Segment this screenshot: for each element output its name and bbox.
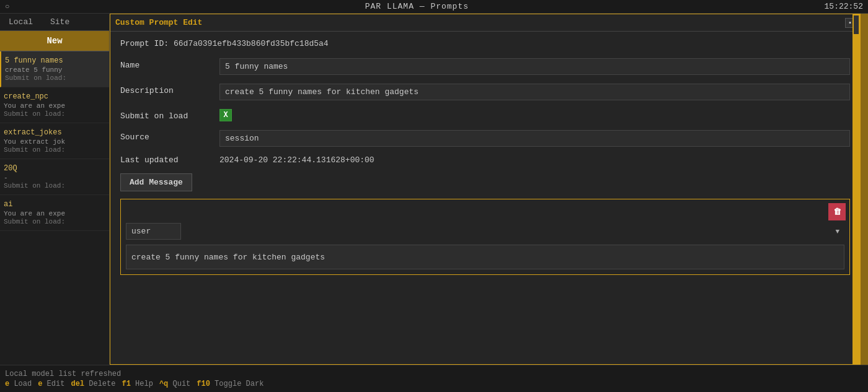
checkbox-container: X	[219, 109, 232, 121]
name-input[interactable]	[219, 58, 850, 75]
description-label: Description	[120, 84, 219, 95]
description-input[interactable]	[219, 84, 850, 100]
status-line: Local model list refreshed	[5, 370, 863, 378]
item-name-2: extract_jokes	[4, 128, 105, 137]
panel-body: Prompt ID: 66d7a0391efb433b860fd35bfc18d…	[110, 32, 860, 364]
item-desc-4: You are an expe	[4, 210, 105, 217]
prompt-id-label: Prompt ID:	[120, 39, 169, 48]
last-updated-label: Last updated	[120, 155, 219, 165]
panel-title: Custom Prompt Edit	[115, 18, 845, 27]
name-row: Name	[120, 58, 850, 75]
role-select[interactable]: user assistant system	[126, 223, 181, 240]
sidebar-item-1[interactable]: create_npc You are an expe Submit on loa…	[0, 87, 109, 123]
item-meta-0: Submit on load:	[5, 74, 105, 82]
description-row: Description	[120, 84, 850, 100]
add-message-button[interactable]: Add Message	[120, 173, 192, 191]
submit-on-load-checkbox[interactable]: X	[219, 109, 232, 121]
key-edit[interactable]: e Edit	[38, 380, 64, 388]
content-area: Custom Prompt Edit ▪ Prompt ID: 66d7a039…	[110, 14, 868, 365]
sidebar: Local Site New 5 funny names create 5 fu…	[0, 14, 110, 365]
status-keys: e Load e Edit del Delete f1 Help ^q Quit…	[5, 380, 863, 388]
sidebar-tabs: Local Site	[0, 14, 109, 31]
last-updated-value: 2024-09-20 22:22:44.131628+00:00	[219, 155, 374, 165]
app-title: PAR LLAMA — Prompts	[365, 2, 469, 11]
message-delete-button[interactable]: 🗑	[828, 203, 846, 220]
outer-right-bar[interactable]	[861, 14, 868, 365]
prompt-id-value: 66d7a0391efb433b860fd35bfc18d5a4	[174, 39, 329, 48]
source-input[interactable]	[219, 130, 850, 147]
item-meta-4: Submit on load:	[4, 218, 105, 225]
key-toggle-dark[interactable]: f10 Toggle Dark	[197, 380, 264, 388]
sidebar-item-2[interactable]: extract_jokes You extract jok Submit on …	[0, 123, 109, 159]
item-desc-1: You are an expe	[4, 102, 105, 110]
title-bar: ○ PAR LLAMA — Prompts 15:22:52	[0, 0, 868, 14]
item-name-1: create_npc	[4, 92, 105, 101]
custom-prompt-panel: Custom Prompt Edit ▪ Prompt ID: 66d7a039…	[110, 14, 861, 365]
sidebar-list: 5 funny names create 5 funny Submit on l…	[0, 51, 109, 365]
item-name-0: 5 funny names	[5, 56, 105, 65]
key-delete[interactable]: del Delete	[71, 380, 115, 388]
item-meta-2: Submit on load:	[4, 146, 105, 154]
panel-title-bar: Custom Prompt Edit ▪	[110, 14, 860, 32]
item-name-3: 20Q	[4, 164, 105, 173]
app-icon: ○	[5, 2, 9, 11]
submit-on-load-label: Submit on load	[120, 109, 219, 121]
status-bar: Local model list refreshed e Load e Edit…	[0, 365, 868, 392]
select-arrow-icon: ▼	[835, 228, 839, 235]
item-desc-3: -	[4, 174, 105, 181]
item-desc-0: create 5 funny	[5, 66, 105, 74]
name-label: Name	[120, 58, 219, 70]
key-quit[interactable]: ^q Quit	[159, 380, 190, 388]
clock: 15:22:52	[825, 2, 863, 11]
item-meta-1: Submit on load:	[4, 110, 105, 118]
message-role-row: user assistant system ▼	[126, 223, 844, 240]
sidebar-item-3[interactable]: 20Q - Submit on load:	[0, 159, 109, 195]
sidebar-item-4[interactable]: ai You are an expe Submit on load:	[0, 195, 109, 231]
main-layout: Local Site New 5 funny names create 5 fu…	[0, 14, 868, 365]
panel-scrollbar[interactable]	[852, 14, 860, 364]
key-help[interactable]: f1 Help	[122, 380, 153, 388]
last-updated-row: Last updated 2024-09-20 22:22:44.131628+…	[120, 155, 850, 165]
item-name-4: ai	[4, 200, 105, 209]
prompt-id-row: Prompt ID: 66d7a0391efb433b860fd35bfc18d…	[120, 39, 850, 48]
message-content-input[interactable]	[126, 245, 844, 269]
sidebar-item-0[interactable]: 5 funny names create 5 funny Submit on l…	[0, 51, 109, 87]
submit-on-load-row: Submit on load X	[120, 109, 850, 121]
item-meta-3: Submit on load:	[4, 182, 105, 189]
key-load[interactable]: e Load	[5, 380, 32, 388]
source-label: Source	[120, 130, 219, 142]
sidebar-tab-site[interactable]: Site	[42, 14, 78, 30]
role-select-wrapper: user assistant system ▼	[126, 223, 844, 240]
sidebar-tab-local[interactable]: Local	[0, 14, 42, 30]
item-desc-2: You extract jok	[4, 138, 105, 146]
new-button[interactable]: New	[0, 31, 109, 51]
source-row: Source	[120, 130, 850, 147]
panel-scrollbar-thumb[interactable]	[854, 15, 859, 34]
message-block: 🗑 user assistant system ▼	[120, 199, 850, 275]
